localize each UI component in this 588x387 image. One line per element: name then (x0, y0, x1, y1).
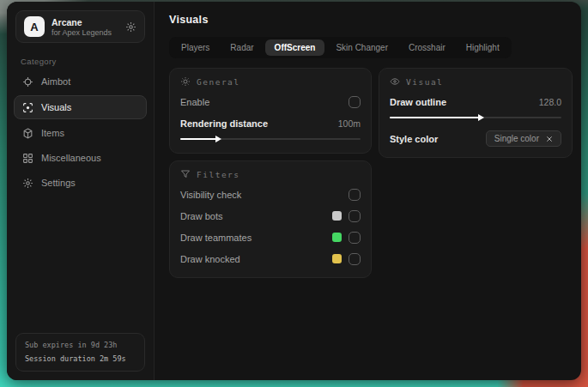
tab-skin-changer[interactable]: Skin Changer (326, 39, 397, 56)
sidebar-item-visuals[interactable]: Visuals (14, 95, 147, 119)
panels-area: General Enable Rendering distance 100m (169, 68, 573, 278)
sidebar-item-aimbot[interactable]: Aimbot (14, 70, 147, 93)
funnel-icon (180, 169, 191, 179)
draw-knocked-checkbox[interactable] (349, 253, 361, 265)
sidebar-item-label: Aimbot (41, 76, 70, 87)
right-column: Visual Draw outline 128.0 Style color Si… (379, 68, 573, 158)
rendering-distance-value: 100m (338, 118, 361, 129)
session-duration-text: Session duration 2m 59s (25, 353, 136, 366)
general-panel-title: General (197, 77, 240, 87)
gear-icon (22, 178, 33, 189)
sidebar: A Arcane for Apex Legends Category (7, 2, 155, 380)
close-icon[interactable] (546, 136, 553, 142)
sidebar-item-label: Items (41, 128, 64, 138)
draw-outline-row: Draw outline 128.0 (390, 93, 561, 111)
visual-panel-title: Visual (406, 77, 443, 87)
tab-offscreen[interactable]: OffScreen (265, 39, 325, 56)
tab-highlight[interactable]: Highlight (457, 39, 509, 56)
visibility-check-row: Visibility check (180, 185, 361, 203)
left-column: General Enable Rendering distance 100m (169, 68, 372, 278)
general-panel: General Enable Rendering distance 100m (169, 68, 372, 154)
draw-bots-checkbox[interactable] (349, 210, 361, 222)
draw-teammates-row: Draw teammates (180, 228, 361, 246)
filters-panel: Filters Visibility check Draw bots (169, 160, 372, 278)
main-content: Visuals Players Radar OffScreen Skin Cha… (155, 2, 581, 380)
sidebar-item-items[interactable]: Items (14, 122, 147, 144)
style-color-chip[interactable]: Single color (486, 130, 561, 147)
draw-knocked-color-swatch[interactable] (332, 254, 342, 263)
sidebar-item-label: Miscellaneous (41, 153, 101, 163)
page-title: Visuals (169, 14, 573, 26)
draw-outline-value: 128.0 (539, 97, 561, 107)
draw-bots-color-swatch[interactable] (332, 211, 342, 221)
sidebar-nav: Aimbot Visuals Items (7, 70, 154, 194)
sidebar-item-settings[interactable]: Settings (14, 172, 147, 194)
draw-outline-slider[interactable] (390, 113, 561, 122)
filters-panel-header: Filters (180, 169, 361, 179)
app-header-card: A Arcane for Apex Legends (15, 10, 145, 43)
rendering-distance-slider[interactable] (180, 135, 361, 143)
app-logo: A (24, 16, 45, 37)
sub-expires-text: Sub expires in 9d 23h (25, 339, 136, 352)
draw-knocked-row: Draw knocked (180, 250, 361, 268)
style-color-label: Style color (390, 134, 438, 144)
enable-checkbox[interactable] (349, 96, 361, 108)
tab-players[interactable]: Players (172, 39, 219, 56)
eye-scan-icon (22, 102, 33, 113)
gear-icon[interactable] (125, 21, 136, 33)
sidebar-item-miscellaneous[interactable]: Miscellaneous (14, 147, 147, 169)
tab-radar[interactable]: Radar (221, 39, 263, 56)
app-subtitle: for Apex Legends (52, 28, 112, 37)
sidebar-item-label: Visuals (41, 102, 71, 112)
filters-panel-title: Filters (197, 170, 240, 179)
slider-fill[interactable] (390, 117, 479, 118)
style-color-row: Style color Single color (390, 130, 561, 148)
subscription-status-card: Sub expires in 9d 23h Session duration 2… (15, 333, 145, 372)
tab-bar: Players Radar OffScreen Skin Changer Cro… (169, 37, 512, 58)
cube-icon (22, 128, 33, 139)
draw-bots-row: Draw bots (180, 207, 361, 225)
enable-row: Enable (180, 93, 361, 111)
grid-icon (22, 153, 33, 164)
app-name: Arcane (52, 16, 112, 28)
visibility-check-label: Visibility check (180, 190, 241, 200)
rendering-distance-row: Rendering distance 100m (180, 114, 361, 132)
draw-bots-label: Draw bots (180, 211, 223, 221)
visibility-check-checkbox[interactable] (349, 189, 361, 201)
visual-panel-header: Visual (390, 76, 561, 87)
app-titles: Arcane for Apex Legends (52, 16, 112, 37)
eye-icon (390, 76, 400, 87)
app-window: A Arcane for Apex Legends Category (7, 2, 581, 380)
draw-teammates-label: Draw teammates (180, 233, 252, 243)
slider-fill[interactable] (180, 138, 216, 140)
crosshair-icon (22, 76, 33, 88)
tab-crosshair[interactable]: Crosshair (399, 39, 455, 56)
general-panel-header: General (180, 76, 361, 87)
style-color-chip-text: Single color (494, 134, 539, 143)
visual-panel: Visual Draw outline 128.0 Style color Si… (379, 68, 573, 158)
rendering-distance-label: Rendering distance (180, 118, 268, 129)
sun-icon (180, 76, 191, 87)
enable-label: Enable (180, 97, 209, 107)
draw-teammates-checkbox[interactable] (349, 232, 361, 244)
category-label: Category (21, 57, 154, 66)
draw-teammates-color-swatch[interactable] (332, 233, 342, 242)
draw-outline-label: Draw outline (390, 97, 446, 107)
sidebar-item-label: Settings (41, 178, 76, 188)
draw-knocked-label: Draw knocked (180, 254, 240, 264)
